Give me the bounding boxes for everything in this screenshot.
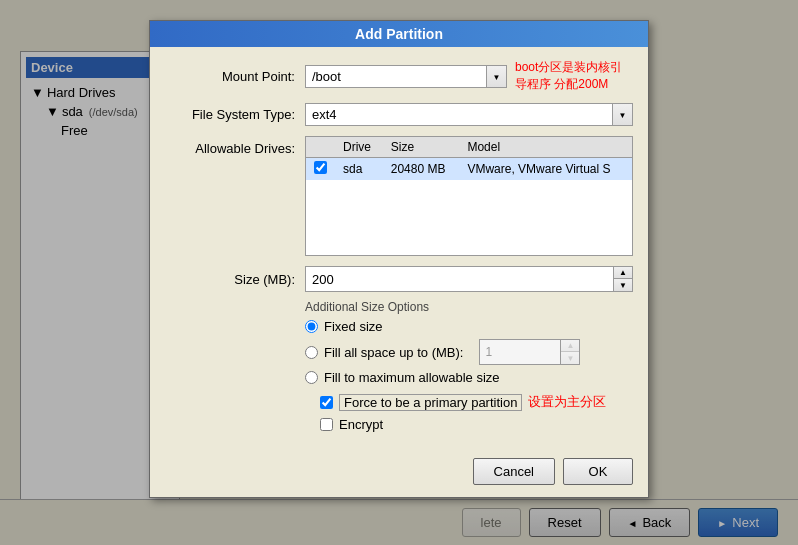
force-primary-checkbox[interactable] [320,396,333,409]
drive-name-cell: sda [335,158,383,181]
drive-model-cell: VMware, VMware Virtual S [459,158,632,181]
encrypt-checkbox[interactable] [320,418,333,431]
file-system-row: File System Type: [165,103,633,126]
drive-size-cell: 20480 MB [383,158,460,181]
col-model: Model [459,137,632,158]
file-system-control [305,103,633,126]
ok-button[interactable]: OK [563,458,633,485]
dropdown-icon [493,71,501,82]
mount-point-label: Mount Point: [165,69,305,84]
dialog-footer: Cancel OK [150,450,648,497]
col-drive: Drive [335,137,383,158]
additional-size-options: Additional Size Options Fixed size Fill … [305,300,633,385]
fill-max-label: Fill to maximum allowable size [324,370,500,385]
size-input[interactable] [306,267,613,291]
cancel-button[interactable]: Cancel [473,458,555,485]
fill-space-spinbox [479,339,580,365]
fill-space-input [480,340,560,364]
fill-space-spin-up [561,340,579,352]
allowable-drives-section: Allowable Drives: Drive Size Model [165,136,633,256]
file-system-dropdown-btn[interactable] [612,104,632,125]
fill-space-spin-down [561,352,579,364]
fixed-size-label: Fixed size [324,319,383,334]
mount-point-input[interactable] [306,66,486,87]
encrypt-label: Encrypt [339,417,383,432]
fill-spin-down-icon [566,354,574,363]
dialog-title: Add Partition [355,26,443,42]
size-label: Size (MB): [165,272,305,287]
fill-space-spin-buttons [560,340,579,364]
mount-point-row: Mount Point: boot分区是装内核引导程序 分配200M [165,59,633,93]
size-spin-down[interactable] [614,279,632,291]
fill-max-row: Fill to maximum allowable size [305,370,633,385]
size-spin-up[interactable] [614,267,632,279]
table-row[interactable]: sda 20480 MB VMware, VMware Virtual S [306,158,632,181]
drives-table: Drive Size Model sda 20480 [306,137,632,180]
drive-checkbox[interactable] [314,161,327,174]
dialog-body: Mount Point: boot分区是装内核引导程序 分配200M File … [150,47,648,450]
force-primary-label: Force to be a primary partition [339,394,522,411]
fill-spin-up-icon [566,341,574,350]
file-system-combobox[interactable] [305,103,633,126]
file-system-input[interactable] [306,104,612,125]
mount-point-control: boot分区是装内核引导程序 分配200M [305,59,633,93]
size-row: Size (MB): [165,266,633,292]
fill-max-radio[interactable] [305,371,318,384]
fixed-size-radio[interactable] [305,320,318,333]
drives-table-header: Drive Size Model [306,137,632,158]
fill-space-label: Fill all space up to (MB): [324,345,463,360]
mount-point-dropdown-btn[interactable] [486,66,506,87]
mount-point-hint: boot分区是装内核引导程序 分配200M [515,59,633,93]
drives-table-container: Drive Size Model sda 20480 [305,136,633,256]
col-size: Size [383,137,460,158]
size-spin-buttons [613,267,632,291]
fill-space-radio[interactable] [305,346,318,359]
mount-point-combobox[interactable] [305,65,507,88]
modal-overlay: Add Partition Mount Point: boot分区是装内核引导程… [0,0,798,545]
size-spinbox[interactable] [305,266,633,292]
fixed-size-row: Fixed size [305,319,633,334]
add-partition-dialog: Add Partition Mount Point: boot分区是装内核引导程… [149,20,649,498]
options-group-title: Additional Size Options [305,300,633,314]
file-system-label: File System Type: [165,107,305,122]
dropdown-icon-fs [619,109,627,120]
dialog-titlebar: Add Partition [150,21,648,47]
spin-up-icon [619,268,627,277]
force-primary-row: Force to be a primary partition 设置为主分区 [320,393,633,411]
force-primary-hint: 设置为主分区 [528,393,606,411]
allowable-drives-label: Allowable Drives: [165,136,305,256]
row-checkbox-cell [306,158,335,181]
col-check [306,137,335,158]
fill-space-row: Fill all space up to (MB): [305,339,633,365]
encrypt-row: Encrypt [320,417,633,432]
spin-down-icon [619,281,627,290]
